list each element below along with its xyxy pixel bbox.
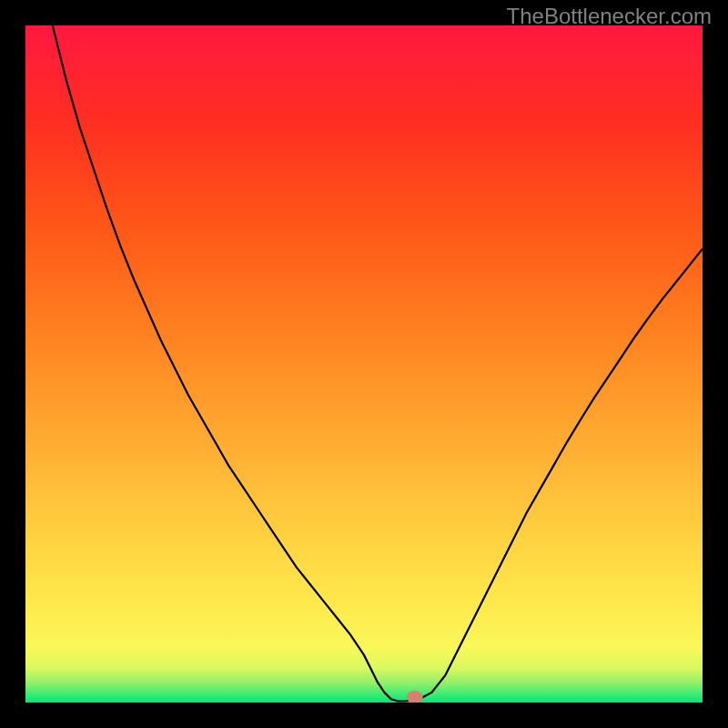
watermark-text: TheBottlenecker.com: [507, 4, 712, 29]
gradient-background: [25, 25, 703, 703]
plot-area: [25, 25, 703, 703]
chart-container: TheBottlenecker.com: [0, 0, 728, 728]
chart-svg: [25, 25, 703, 703]
